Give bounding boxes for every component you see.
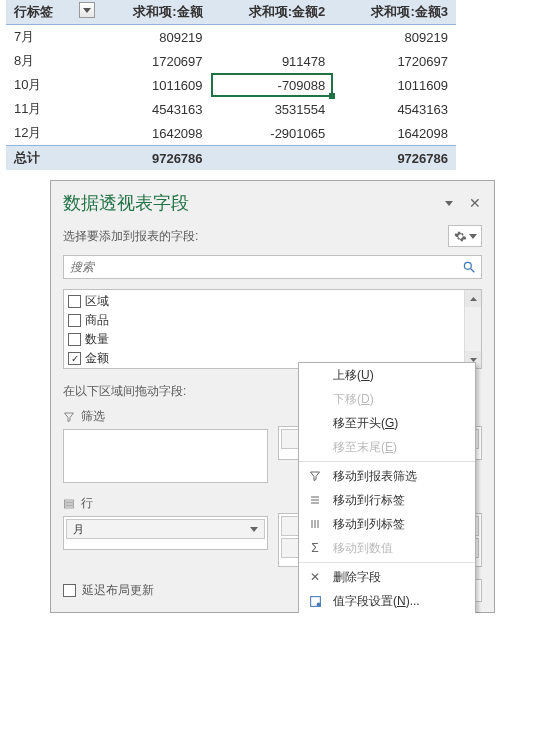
checkbox-icon[interactable] [68, 295, 81, 308]
filter-area: 筛选 [63, 408, 268, 483]
field-label: 数量 [85, 331, 109, 348]
svg-rect-4 [65, 506, 74, 508]
delay-layout-checkbox[interactable]: 延迟布局更新 [63, 582, 154, 599]
cell[interactable]: 4543163 [333, 97, 456, 121]
panel-prompt-row: 选择要添加到报表的字段: [63, 225, 482, 247]
menu-move-begin[interactable]: 移至开头(G) [299, 411, 475, 435]
cell[interactable]: 7月 [6, 25, 97, 50]
menu-to-values: Σ移动到数值 [299, 536, 475, 560]
selected-cell[interactable]: -709088 [211, 73, 334, 97]
close-icon[interactable]: ✕ [468, 196, 482, 210]
menu-label: 删除字段 [333, 569, 381, 586]
scrollbar[interactable] [464, 290, 481, 368]
cell[interactable]: -2901065 [211, 121, 334, 146]
table-row[interactable]: 8月 1720697 911478 1720697 [6, 49, 456, 73]
filter-dropdown-button[interactable] [79, 2, 95, 18]
field-item[interactable]: 商品 [64, 311, 464, 330]
panel-head-icons: ✕ [442, 196, 482, 210]
header-col3: 求和项:金额3 [333, 0, 456, 25]
header-col2: 求和项:金额2 [211, 0, 334, 25]
cell[interactable]: 9726786 [97, 146, 210, 171]
cell[interactable] [211, 146, 334, 171]
settings-icon [307, 595, 323, 608]
menu-separator [299, 562, 475, 563]
field-label: 区域 [85, 293, 109, 310]
cell[interactable]: 9726786 [333, 146, 456, 171]
panel-dropdown-icon[interactable] [442, 196, 456, 210]
menu-to-filter[interactable]: 移动到报表筛选 [299, 464, 475, 488]
drop-item[interactable]: 月 [66, 519, 265, 539]
table-row[interactable]: 7月 809219 809219 [6, 25, 456, 50]
checkbox-icon[interactable] [68, 352, 81, 365]
checkbox-icon[interactable] [68, 314, 81, 327]
search-input[interactable] [64, 260, 457, 274]
table-row[interactable]: 12月 1642098 -2901065 1642098 [6, 121, 456, 146]
cell[interactable]: 10月 [6, 73, 97, 97]
filter-icon [307, 470, 323, 482]
svg-point-0 [464, 262, 471, 269]
close-icon: ✕ [307, 570, 323, 584]
menu-move-end: 移至末尾(E) [299, 435, 475, 459]
menu-to-row[interactable]: 移动到行标签 [299, 488, 475, 512]
field-item[interactable]: 数量 [64, 330, 464, 349]
field-label: 金额 [85, 350, 109, 367]
cell[interactable]: 809219 [333, 25, 456, 50]
menu-separator [299, 461, 475, 462]
gear-button[interactable] [448, 225, 482, 247]
checkbox-icon[interactable] [68, 333, 81, 346]
svg-line-1 [471, 269, 475, 273]
menu-move-up[interactable]: 上移(U) [299, 363, 475, 387]
rows-icon [63, 498, 75, 510]
context-menu: 上移(U) 下移(D) 移至开头(G) 移至末尾(E) 移动到报表筛选 移动到行… [298, 362, 476, 613]
area-label: 行 [81, 495, 93, 512]
area-label: 筛选 [81, 408, 105, 425]
rows-icon [307, 494, 323, 506]
rows-drop-zone[interactable]: 月 [63, 516, 268, 550]
drop-item-label: 月 [73, 522, 84, 537]
sigma-icon: Σ [307, 541, 323, 555]
panel-header: 数据透视表字段 ✕ [63, 191, 482, 215]
svg-rect-2 [65, 500, 74, 502]
header-col1: 求和项:金额 [97, 0, 210, 25]
scroll-up-icon[interactable] [465, 290, 481, 307]
cell[interactable]: 1011609 [333, 73, 456, 97]
cell[interactable]: 1642098 [97, 121, 210, 146]
cell[interactable]: 8月 [6, 49, 97, 73]
svg-point-12 [316, 602, 320, 606]
search-box[interactable] [63, 255, 482, 279]
cell[interactable]: 911478 [211, 49, 334, 73]
menu-to-col[interactable]: 移动到列标签 [299, 512, 475, 536]
gear-icon [454, 230, 467, 243]
total-row[interactable]: 总计 9726786 9726786 [6, 146, 456, 171]
menu-field-settings[interactable]: 值字段设置(N)... [299, 589, 475, 613]
panel-prompt: 选择要添加到报表的字段: [63, 228, 198, 245]
search-icon[interactable] [457, 260, 481, 274]
checkbox-icon[interactable] [63, 584, 76, 597]
cell[interactable]: 1642098 [333, 121, 456, 146]
cell[interactable]: 4543163 [97, 97, 210, 121]
rows-area: 行 月 [63, 495, 268, 567]
cell[interactable]: 12月 [6, 121, 97, 146]
header-rowlabel-text: 行标签 [14, 4, 53, 19]
svg-rect-3 [65, 503, 74, 505]
menu-delete-field[interactable]: ✕删除字段 [299, 565, 475, 589]
cell[interactable]: 1720697 [97, 49, 210, 73]
pivot-table[interactable]: 行标签 求和项:金额 求和项:金额2 求和项:金额3 7月 809219 809… [6, 0, 456, 170]
cell[interactable] [211, 25, 334, 50]
total-label[interactable]: 总计 [6, 146, 97, 171]
filter-icon [63, 411, 75, 423]
cell[interactable]: 3531554 [211, 97, 334, 121]
panel-title: 数据透视表字段 [63, 191, 189, 215]
cell[interactable]: 1011609 [97, 73, 210, 97]
field-item[interactable]: 区域 [64, 292, 464, 311]
filter-drop-zone[interactable] [63, 429, 268, 483]
cell[interactable]: 809219 [97, 25, 210, 50]
menu-label: 移动到列标签 [333, 516, 405, 533]
cell[interactable]: 11月 [6, 97, 97, 121]
menu-move-down: 下移(D) [299, 387, 475, 411]
fields-list: 区域 商品 数量 金额 [63, 289, 482, 369]
table-row[interactable]: 10月 1011609 -709088 1011609 [6, 73, 456, 97]
chevron-down-icon [250, 527, 258, 532]
table-row[interactable]: 11月 4543163 3531554 4543163 [6, 97, 456, 121]
cell[interactable]: 1720697 [333, 49, 456, 73]
